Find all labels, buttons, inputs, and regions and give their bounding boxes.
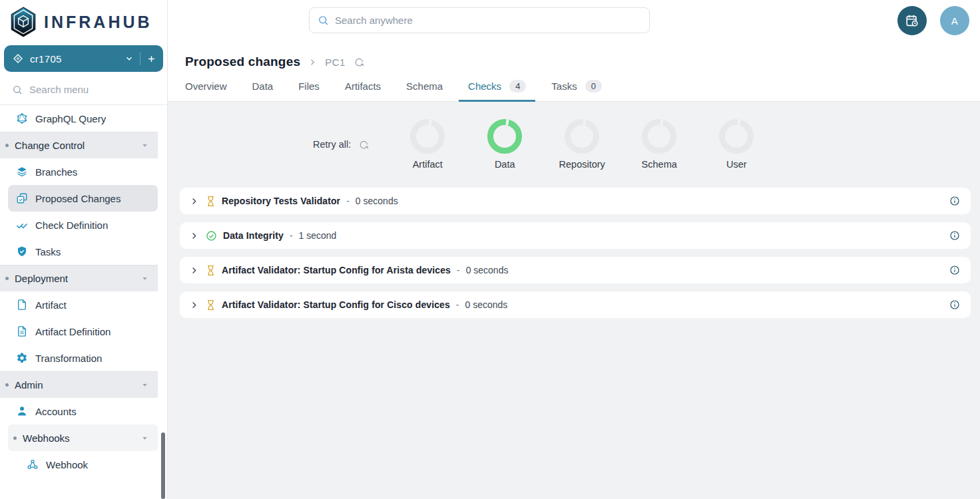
tab-overview[interactable]: Overview (185, 80, 227, 101)
bullet-dot (13, 436, 17, 440)
sidebar-item-webhook[interactable]: Webhook (0, 451, 158, 478)
info-icon[interactable] (949, 299, 960, 310)
expand-chevron-icon[interactable] (188, 299, 200, 311)
checks-content: Retry all: ArtifactDataRepositorySchemaU… (168, 102, 980, 499)
refresh-icon[interactable] (354, 57, 364, 67)
validator-title: Artifact Validator: Startup Config for A… (222, 265, 451, 275)
chevron-down-icon[interactable] (141, 381, 148, 389)
tab-schema[interactable]: Schema (406, 80, 443, 101)
info-icon[interactable] (949, 265, 960, 275)
schedule-button[interactable] (897, 6, 927, 35)
progress-ring (642, 119, 676, 154)
chevron-right-icon (308, 57, 318, 67)
tab-data[interactable]: Data (252, 80, 274, 101)
search-icon (12, 84, 23, 95)
tab-label: Schema (406, 81, 443, 92)
sidebar-group-webhooks[interactable]: Webhooks (8, 424, 158, 451)
ring-notch (429, 119, 432, 125)
hourglass-icon (206, 299, 216, 311)
sidebar-menu: GraphQL QueryChange ControlBranchesPropo… (0, 105, 158, 478)
info-icon[interactable] (949, 230, 960, 241)
validator-row: Artifact Validator: Startup Config for A… (180, 257, 971, 283)
avatar[interactable]: A (940, 6, 969, 35)
sidebar-item-label: Transformation (35, 353, 102, 364)
tab-bar: OverviewDataFilesArtifactsSchemaChecks4T… (185, 80, 964, 101)
ring-label: Artifact (413, 159, 443, 170)
validator-row: Data Integrity-1 second (180, 222, 971, 249)
progress-ring (565, 119, 599, 154)
check-circle-icon (206, 230, 217, 242)
global-search-input[interactable] (335, 15, 614, 26)
transformation-icon (16, 352, 28, 364)
sidebar-item-label: Accounts (35, 406, 77, 417)
sidebar-item-graphql-query[interactable]: GraphQL Query (0, 105, 158, 132)
tasks-icon (16, 246, 28, 257)
chevron-down-icon[interactable] (141, 142, 148, 149)
bullet-dot (5, 144, 9, 147)
tab-label: Data (252, 81, 274, 92)
sidebar-item-tasks[interactable]: Tasks (0, 238, 158, 265)
ring-label: User (726, 159, 747, 170)
validator-duration: 0 seconds (356, 196, 398, 206)
webhook-icon (27, 458, 39, 470)
tab-label: Checks (468, 81, 501, 92)
sidebar-item-artifact[interactable]: Artifact (0, 291, 158, 318)
artifact-definition-icon (16, 325, 28, 337)
sidebar-item-label: Webhook (46, 459, 88, 470)
sidebar: INFRAHUB cr1705 GraphQL Query (0, 0, 168, 499)
sidebar-group-label: Change Control (15, 140, 85, 151)
branch-name: cr1705 (30, 53, 62, 65)
sidebar-group-label: Deployment (15, 273, 68, 284)
tab-files[interactable]: Files (298, 80, 320, 101)
retry-all-icon[interactable] (359, 140, 369, 150)
branch-selector[interactable]: cr1705 (4, 45, 163, 72)
sidebar-search[interactable] (0, 79, 167, 105)
check-ring-data: Data (466, 119, 543, 170)
global-search[interactable] (309, 7, 650, 33)
sidebar-item-transformation[interactable]: Transformation (0, 345, 158, 371)
sidebar-item-artifact-definition[interactable]: Artifact Definition (0, 318, 158, 345)
sidebar-group-change-control[interactable]: Change Control (0, 132, 158, 158)
chevron-down-icon[interactable] (124, 54, 134, 63)
brand-name: INFRAHUB (44, 13, 152, 32)
add-branch-icon[interactable] (146, 54, 156, 64)
tab-checks[interactable]: Checks4 (468, 80, 526, 101)
divider (140, 52, 140, 65)
validator-title: Artifact Validator: Startup Config for C… (222, 299, 450, 310)
expand-chevron-icon[interactable] (188, 230, 200, 242)
sidebar-scrollbar[interactable] (161, 432, 165, 499)
check-ring-user: User (698, 119, 775, 170)
sidebar-item-proposed-changes[interactable]: Proposed Changes (8, 185, 158, 212)
ring-notch (738, 119, 741, 125)
sidebar-item-label: Branches (35, 166, 77, 178)
accounts-icon (16, 405, 28, 417)
tab-badge: 4 (509, 80, 526, 92)
sidebar-group-admin[interactable]: Admin (0, 371, 158, 398)
bullet-dot (5, 383, 9, 387)
brand-logo[interactable]: INFRAHUB (0, 0, 167, 43)
validator-title: Data Integrity (223, 230, 284, 241)
sidebar-search-input[interactable] (29, 84, 142, 95)
sidebar-item-label: Proposed Changes (35, 193, 121, 204)
retry-all-label: Retry all: (313, 139, 351, 150)
topbar: A (168, 0, 980, 41)
hourglass-icon (206, 265, 216, 276)
info-icon[interactable] (949, 196, 960, 206)
sidebar-item-check-definition[interactable]: Check Definition (0, 212, 158, 238)
expand-chevron-icon[interactable] (188, 264, 200, 277)
tab-artifacts[interactable]: Artifacts (345, 80, 381, 101)
ring-label: Schema (642, 159, 677, 170)
expand-chevron-icon[interactable] (188, 195, 200, 208)
branches-icon (16, 166, 28, 178)
sidebar-group-deployment[interactable]: Deployment (0, 265, 158, 291)
sidebar-item-accounts[interactable]: Accounts (0, 398, 158, 424)
validator-duration: 0 seconds (465, 299, 508, 310)
tab-tasks[interactable]: Tasks0 (551, 80, 602, 101)
chevron-down-icon[interactable] (141, 275, 148, 282)
breadcrumb-current: PC1 (325, 57, 346, 68)
check-rings: ArtifactDataRepositorySchemaUser (389, 119, 775, 170)
validator-row: Artifact Validator: Startup Config for C… (180, 291, 971, 318)
chevron-down-icon[interactable] (141, 434, 148, 442)
sidebar-item-branches[interactable]: Branches (0, 158, 158, 185)
check-ring-artifact: Artifact (389, 119, 466, 170)
